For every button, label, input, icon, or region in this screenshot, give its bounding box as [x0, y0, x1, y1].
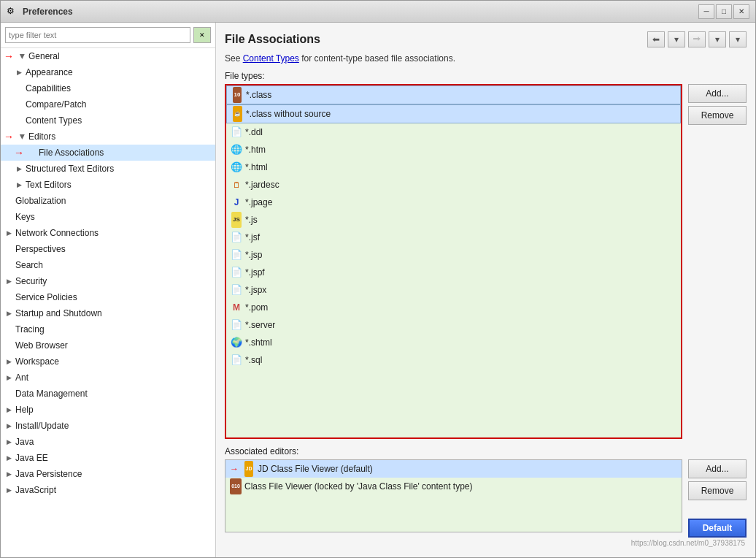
tree-container: → General Appearance Capabilities Compar… [1, 48, 215, 557]
editor-remove-button[interactable]: Remove [688, 481, 747, 500]
sidebar-item-content-types[interactable]: Content Types [1, 112, 215, 129]
generic-icon: 📄 [231, 249, 242, 261]
help-arrow [4, 405, 14, 415]
sidebar-item-keys[interactable]: Keys [1, 209, 215, 225]
sidebar-item-workspace[interactable]: Workspace [1, 353, 215, 370]
list-item[interactable]: M *.pom [226, 299, 681, 316]
sidebar-item-service-policies[interactable]: Service Policies [1, 289, 215, 305]
right-panel: File Associations ⬅ ▾ ⮕ ▾ ▾ See Content … [216, 23, 755, 557]
file-type-label: *.class without source [246, 107, 331, 121]
jd-icon: JD [243, 463, 255, 475]
nav-buttons: ⬅ ▾ ⮕ ▾ ▾ [647, 31, 747, 47]
file-associations-label: File Associations [39, 146, 104, 159]
sidebar-item-general[interactable]: → General [1, 48, 215, 64]
filter-bar: ✕ [1, 23, 215, 48]
list-item[interactable]: 10 *.class [226, 85, 681, 104]
list-item[interactable]: → JD JD Class File Viewer (default) [225, 460, 682, 478]
sidebar-item-security[interactable]: Security [1, 273, 215, 289]
associated-editors-section: Associated editors: → JD JD Class File V… [225, 446, 747, 549]
file-type-remove-button[interactable]: Remove [688, 106, 747, 125]
general-arrow [17, 51, 27, 61]
list-item[interactable]: 📄 *.ddl [226, 123, 681, 141]
list-item[interactable]: 🌐 *.htm [226, 141, 681, 158]
editors-arrow [17, 131, 27, 142]
list-item[interactable]: 🗒 *.jardesc [226, 176, 681, 194]
file-type-add-button[interactable]: Add... [688, 84, 747, 103]
forward-dropdown[interactable]: ▾ [709, 31, 726, 47]
sidebar-item-text-editors[interactable]: Text Editors [1, 177, 215, 193]
file-type-label: *.sql [245, 353, 262, 367]
sidebar-item-compare-patch[interactable]: Compare/Patch [1, 96, 215, 112]
list-item[interactable]: 🌍 *.shtml [226, 334, 681, 351]
tracing-label: Tracing [15, 323, 45, 336]
content-types-link[interactable]: Content Types [243, 53, 299, 64]
list-item[interactable]: 🌐 *.html [226, 158, 681, 176]
file-type-label: *.jardesc [245, 177, 279, 192]
list-item[interactable]: JS *.js [226, 211, 681, 229]
associated-editors-list[interactable]: → JD JD Class File Viewer (default) 010 … [225, 459, 682, 532]
sidebar-item-data-management[interactable]: Data Management [1, 386, 215, 402]
file-types-list[interactable]: 10 *.class ☕ *.class without source 📄 *.… [225, 84, 682, 439]
sidebar-item-java-persistence[interactable]: Java Persistence [1, 466, 215, 482]
generic-icon: 📄 [231, 232, 242, 243]
sidebar-item-java[interactable]: Java [1, 434, 215, 450]
forward-button[interactable]: ⮕ [688, 31, 706, 47]
sidebar-item-appearance[interactable]: Appearance [1, 64, 215, 80]
file-type-label: *.jsp [245, 248, 262, 262]
sidebar-item-globalization[interactable]: Globalization [1, 193, 215, 209]
perspectives-label: Perspectives [15, 242, 66, 256]
generic-icon: 📄 [231, 267, 242, 278]
list-item[interactable]: 📄 *.jspf [226, 264, 681, 281]
startup-label: Startup and Shutdown [15, 307, 102, 320]
sidebar-item-network-connections[interactable]: Network Connections [1, 225, 215, 241]
workspace-label: Workspace [15, 355, 59, 368]
sidebar-item-structured-text[interactable]: Structured Text Editors [1, 161, 215, 177]
workspace-arrow [4, 356, 14, 367]
red-arrow-jd: → [230, 462, 239, 476]
sidebar-item-tracing[interactable]: Tracing [1, 321, 215, 337]
maximize-button[interactable]: □ [716, 4, 732, 19]
install-arrow [4, 421, 14, 431]
file-types-label: File types: [225, 71, 747, 81]
titlebar: ⚙ Preferences ─ □ ✕ [1, 1, 755, 23]
java-arrow [4, 437, 14, 447]
back-button[interactable]: ⬅ [647, 31, 665, 47]
list-item[interactable]: 📄 *.sql [226, 351, 681, 369]
list-item[interactable]: ☕ *.class without source [226, 104, 681, 123]
sidebar-item-install-update[interactable]: Install/Update [1, 418, 215, 434]
sidebar-item-perspectives[interactable]: Perspectives [1, 241, 215, 257]
sidebar-item-startup-shutdown[interactable]: Startup and Shutdown [1, 305, 215, 321]
back-dropdown[interactable]: ▾ [668, 31, 685, 47]
file-type-buttons: Add... Remove [688, 84, 747, 439]
file-type-label: *.class [246, 88, 271, 102]
sidebar-item-editors[interactable]: → Editors [1, 129, 215, 145]
editor-default-button[interactable]: Default [688, 519, 747, 538]
sidebar-item-help[interactable]: Help [1, 402, 215, 418]
minimize-button[interactable]: ─ [698, 4, 714, 19]
help-label: Help [15, 403, 34, 416]
menu-button[interactable]: ▾ [729, 31, 747, 47]
sidebar-item-java-ee[interactable]: Java EE [1, 450, 215, 466]
preferences-window: ⚙ Preferences ─ □ ✕ ✕ → General [0, 0, 756, 558]
sidebar-item-search[interactable]: Search [1, 257, 215, 273]
sidebar-item-javascript[interactable]: JavaScript [1, 482, 215, 498]
list-item[interactable]: 📄 *.jsp [226, 246, 681, 264]
sidebar-item-capabilities[interactable]: Capabilities [1, 80, 215, 96]
capabilities-label: Capabilities [26, 82, 71, 95]
filter-input[interactable] [5, 27, 190, 43]
sidebar-item-web-browser[interactable]: Web Browser [1, 337, 215, 353]
list-item[interactable]: 📄 *.jspx [226, 281, 681, 299]
globalization-label: Globalization [15, 194, 66, 207]
list-item[interactable]: 📄 *.server [226, 316, 681, 334]
filter-clear-button[interactable]: ✕ [193, 27, 211, 43]
editor-add-button[interactable]: Add... [688, 459, 747, 478]
list-item[interactable]: J *.jpage [226, 194, 681, 211]
list-item[interactable]: 📄 *.jsf [226, 229, 681, 246]
sidebar-item-file-associations[interactable]: → File Associations [1, 145, 215, 161]
sidebar-item-ant[interactable]: Ant [1, 370, 215, 386]
close-button[interactable]: ✕ [733, 4, 749, 19]
generic-icon: 📄 [231, 284, 242, 296]
file-type-label: *.server [245, 318, 275, 332]
file-type-label: *.jspf [245, 265, 265, 280]
list-item[interactable]: 010 Class File Viewer (locked by 'Java C… [225, 478, 682, 495]
